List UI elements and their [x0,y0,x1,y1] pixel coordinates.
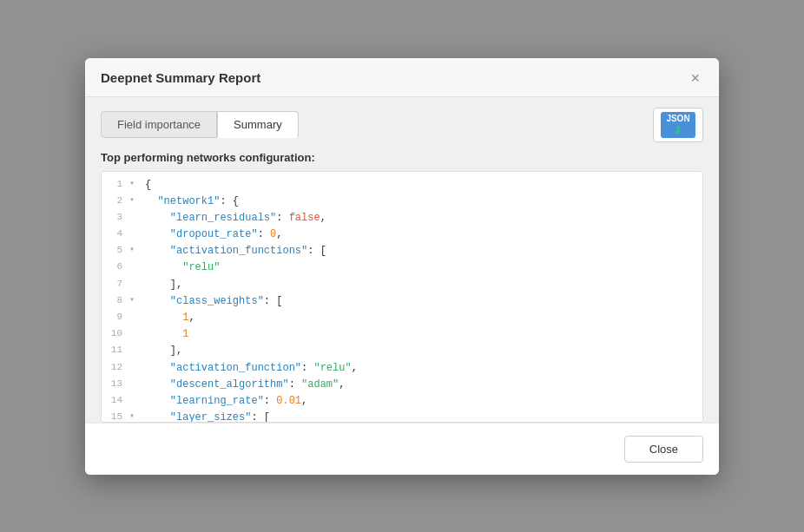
modal-close-x-button[interactable]: × [687,70,703,86]
content-area: Top performing networks configuration: 1… [101,151,703,423]
code-line: 9 1, [102,310,702,326]
code-line: 1 ▾ { [102,177,702,194]
code-line: 13 "descent_algorithm": "adam", [102,377,702,393]
code-block[interactable]: 1 ▾ { 2 ▾ "network1": { 3 "lear [101,171,703,423]
modal-dialog: Deepnet Summary Report × Field importanc… [85,58,719,475]
code-line: 8 ▾ "class_weights": [ [102,293,702,310]
modal-title: Deepnet Summary Report [101,70,260,85]
json-icon-text: JSON [666,115,689,123]
json-icon: JSON ⬇ [661,112,695,138]
code-line: 11 ], [102,343,702,359]
code-line: 7 ], [102,277,702,293]
json-download-button[interactable]: JSON ⬇ [653,108,703,142]
tab-field-importance[interactable]: Field importance [101,111,217,138]
code-line: 6 "relu" [102,259,702,276]
code-line: 12 "activation_function": "relu", [102,360,702,377]
code-line: 3 "learn_residuals": false, [102,210,702,227]
code-line: 5 ▾ "activation_functions": [ [102,243,702,259]
tab-summary[interactable]: Summary [217,111,299,138]
section-title: Top performing networks configuration: [101,151,703,164]
code-line: 10 1 [102,326,702,343]
tabs-row: Field importance Summary JSON ⬇ [85,97,719,142]
modal-overlay: Deepnet Summary Report × Field importanc… [0,0,804,532]
modal-footer: Close [85,423,719,475]
code-line: 4 "dropout_rate": 0, [102,227,702,243]
code-line: 14 "learning_rate": 0.01, [102,393,702,410]
code-line: 15 ▾ "layer_sizes": [ [102,410,702,422]
code-line: 2 ▾ "network1": { [102,194,702,210]
modal-header: Deepnet Summary Report × [85,58,719,97]
modal-body: Field importance Summary JSON ⬇ Top perf… [85,97,719,423]
close-button[interactable]: Close [624,436,703,463]
json-download-arrow-icon: ⬇ [674,125,682,135]
tabs-container: Field importance Summary [101,111,299,138]
